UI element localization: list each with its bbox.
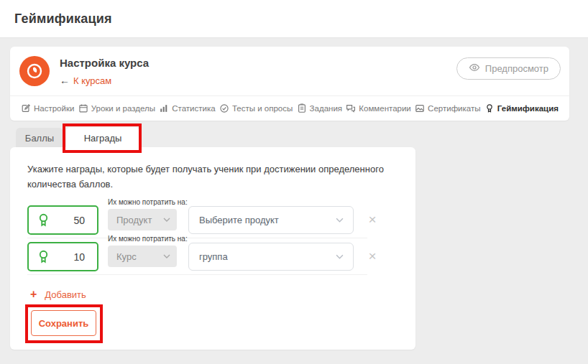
tab-certificates[interactable]: Сертификаты — [415, 103, 480, 113]
image-icon — [415, 103, 425, 113]
subtab-points[interactable]: Баллы — [16, 128, 63, 148]
chevron-down-icon — [336, 218, 344, 223]
back-arrow-icon: ← — [60, 75, 70, 86]
rewards-description: Укажите награды, которые будет получать … — [27, 162, 407, 192]
preview-button[interactable]: Предпросмотр — [456, 57, 561, 80]
chevron-down-icon — [163, 218, 170, 222]
tab-settings[interactable]: Настройки — [21, 103, 74, 113]
spend-type-select[interactable]: Курс — [108, 246, 177, 267]
tab-lessons[interactable]: Уроки и разделы — [78, 103, 155, 113]
spend-label: Их можно потратить на: — [108, 235, 188, 243]
reward-target-select[interactable]: группа — [188, 243, 354, 271]
chevron-down-icon — [163, 254, 170, 258]
tab-tests[interactable]: Тесты и опросы — [219, 103, 293, 113]
spend-label: Их можно потратить на: — [108, 198, 188, 206]
reward-points-value: 50 — [73, 215, 85, 226]
calendar-icon — [78, 103, 88, 113]
course-logo-icon — [19, 56, 50, 86]
medal-icon — [36, 249, 51, 264]
course-title: Настройка курса — [60, 57, 149, 69]
spend-type-select[interactable]: Продукт — [108, 209, 177, 230]
add-reward-button[interactable]: + Добавить — [30, 288, 86, 301]
save-button[interactable]: Сохранить — [31, 310, 96, 336]
course-head: Настройка курса ←К курсам Предпросмотр — [10, 47, 569, 95]
reward-points-box: 50 — [27, 205, 98, 235]
tab-statistics[interactable]: Статистика — [159, 103, 215, 113]
edit-icon — [21, 103, 31, 113]
rewards-panel: Укажите награды, которые будет получать … — [10, 147, 415, 350]
chevron-down-icon — [336, 254, 344, 259]
eye-icon — [469, 62, 480, 75]
clipboard-icon — [297, 103, 307, 113]
page-header: Геймификация — [0, 0, 588, 38]
row-divider — [27, 238, 367, 238]
medal-icon — [484, 103, 495, 113]
check-circle-icon — [219, 103, 229, 113]
tab-gamification[interactable]: Геймификация — [484, 103, 559, 113]
course-tabs: Настройки Уроки и разделы Статистика Тес… — [10, 95, 569, 121]
reward-points-box: 10 — [27, 242, 98, 271]
remove-reward-button[interactable]: × — [365, 213, 380, 228]
page-title: Геймификация — [14, 11, 112, 27]
course-card: Настройка курса ←К курсам Предпросмотр Н… — [10, 47, 569, 121]
medal-icon — [36, 213, 51, 228]
tab-comments[interactable]: Комментарии — [346, 103, 410, 113]
remove-reward-button[interactable]: × — [365, 250, 380, 264]
back-to-courses-link[interactable]: ←К курсам — [60, 75, 111, 86]
gamification-page: Геймификация Настройка курса ←К курсам — [0, 0, 588, 364]
subtab-rewards[interactable]: Награды — [66, 127, 139, 149]
row-divider — [27, 274, 367, 275]
bar-chart-icon — [159, 103, 169, 113]
reward-points-value: 10 — [73, 251, 85, 263]
tab-assignments[interactable]: Задания — [297, 103, 342, 113]
reward-target-select[interactable]: Выберите продукт — [188, 206, 354, 234]
plus-icon: + — [30, 288, 37, 301]
comments-icon — [346, 103, 356, 113]
